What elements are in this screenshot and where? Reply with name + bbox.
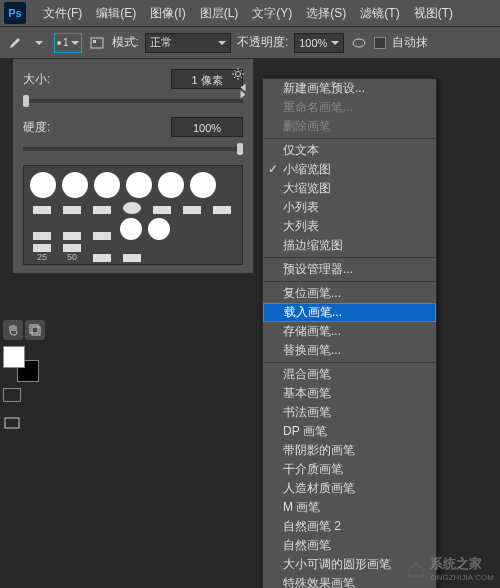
brush-preset[interactable] [90,232,114,240]
menu-reset-brushes[interactable]: 复位画笔... [263,284,436,303]
brush-preset[interactable] [150,206,174,214]
menu-assorted-brushes[interactable]: 混合画笔 [263,365,436,384]
menu-image[interactable]: 图像(I) [143,0,192,26]
brush-preset[interactable]: 25 [30,244,54,262]
menu-large-list[interactable]: 大列表 [263,217,436,236]
menu-delete-brush: 删除画笔 [263,117,436,136]
auto-erase-checkbox[interactable] [374,37,386,49]
brush-preset[interactable] [30,232,54,240]
brush-preset-grid[interactable]: 25 50 [23,165,243,265]
svg-rect-0 [91,38,103,48]
auto-erase-label: 自动抹 [392,34,428,51]
hardness-label: 硬度: [23,119,73,136]
screen-mode-icon[interactable] [3,414,21,432]
tools-floating [3,320,49,432]
brush-flyout-menu: 新建画笔预设... 重命名画笔... 删除画笔 仅文本 小缩览图 大缩览图 小列… [262,78,437,588]
brush-preset[interactable] [62,172,88,198]
brush-preset-panel: 大小: 1 像素 硬度: 100% [12,58,254,274]
options-bar: 1 模式: 正常 不透明度: 100% 自动抹 [0,26,500,58]
menu-natural-brushes-2[interactable]: 自然画笔 2 [263,517,436,536]
opacity-input[interactable]: 100% [294,33,344,53]
brush-preset[interactable]: 50 [60,244,84,262]
brush-preset[interactable] [126,172,152,198]
menu-file[interactable]: 文件(F) [36,0,89,26]
foreground-color[interactable] [3,346,25,368]
menu-small-thumbnail[interactable]: 小缩览图 [263,160,436,179]
menu-m-brushes[interactable]: M 画笔 [263,498,436,517]
menu-dp-brushes[interactable]: DP 画笔 [263,422,436,441]
hardness-slider[interactable] [23,147,243,151]
svg-rect-3 [30,325,38,333]
menu-separator [263,281,436,282]
menu-filter[interactable]: 滤镜(T) [353,0,406,26]
chevron-right-icon[interactable] [241,91,246,99]
brush-panel-toggle-icon[interactable] [88,34,106,52]
watermark-logo-icon [406,559,426,579]
menu-stroke-thumbnail[interactable]: 描边缩览图 [263,236,436,255]
svg-point-2 [353,39,365,47]
menu-rename-brush: 重命名画笔... [263,98,436,117]
color-swatches[interactable] [3,346,39,382]
watermark: 系统之家 ONGZHIJIA.COM [406,555,494,582]
menu-separator [263,257,436,258]
menu-select[interactable]: 选择(S) [299,0,353,26]
mode-select[interactable]: 正常 [145,33,231,53]
brush-preset[interactable] [120,202,144,214]
brush-preset[interactable] [148,218,170,240]
svg-point-6 [236,72,241,77]
brush-preset[interactable] [120,254,144,262]
menu-layer[interactable]: 图层(L) [193,0,246,26]
brush-preset[interactable] [60,232,84,240]
mode-label: 模式: [112,34,139,51]
size-slider[interactable] [23,99,243,103]
brush-preset[interactable] [90,254,114,262]
menu-calligraphic-brushes[interactable]: 书法画笔 [263,403,436,422]
brush-preset[interactable] [94,172,120,198]
menu-drop-shadow-brushes[interactable]: 带阴影的画笔 [263,441,436,460]
menu-natural-brushes[interactable]: 自然画笔 [263,536,436,555]
menu-separator [263,362,436,363]
menu-large-thumbnail[interactable]: 大缩览图 [263,179,436,198]
brush-preset[interactable] [90,206,114,214]
brush-preset[interactable] [158,172,184,198]
brush-preset[interactable] [180,206,204,214]
opacity-label: 不透明度: [237,34,288,51]
brush-preset[interactable] [120,218,142,240]
hardness-value[interactable]: 100% [171,117,243,137]
menu-separator [263,138,436,139]
menubar: Ps 文件(F) 编辑(E) 图像(I) 图层(L) 文字(Y) 选择(S) 滤… [0,0,500,26]
brush-preset[interactable] [30,206,54,214]
brush-preset[interactable] [210,206,234,214]
svg-rect-1 [93,40,96,43]
zoom-tool-icon[interactable] [25,320,45,340]
menu-edit[interactable]: 编辑(E) [89,0,143,26]
menu-text-only[interactable]: 仅文本 [263,141,436,160]
pencil-tool-icon[interactable] [6,34,24,52]
menu-save-brushes[interactable]: 存储画笔... [263,322,436,341]
brush-preset[interactable] [30,172,56,198]
brush-preset[interactable] [60,206,84,214]
tool-preset-dropdown[interactable] [30,34,48,52]
menu-basic-brushes[interactable]: 基本画笔 [263,384,436,403]
menu-faux-finish-brushes[interactable]: 人造材质画笔 [263,479,436,498]
menu-load-brushes[interactable]: 载入画笔... [263,303,436,322]
menu-dry-media-brushes[interactable]: 干介质画笔 [263,460,436,479]
menu-preset-manager[interactable]: 预设管理器... [263,260,436,279]
svg-rect-5 [5,418,19,428]
quick-mask-icon[interactable] [3,388,21,402]
hand-tool-icon[interactable] [3,320,23,340]
brush-preset-picker[interactable]: 1 [54,33,82,53]
menu-new-preset[interactable]: 新建画笔预设... [263,79,436,98]
svg-rect-4 [32,327,40,335]
size-label: 大小: [23,71,73,88]
brush-preset[interactable] [190,172,216,198]
gear-icon[interactable] [229,65,247,83]
menu-small-list[interactable]: 小列表 [263,198,436,217]
menu-replace-brushes[interactable]: 替换画笔... [263,341,436,360]
pressure-opacity-icon[interactable] [350,34,368,52]
app-logo[interactable]: Ps [4,2,26,24]
menu-view[interactable]: 视图(T) [407,0,460,26]
menu-type[interactable]: 文字(Y) [245,0,299,26]
